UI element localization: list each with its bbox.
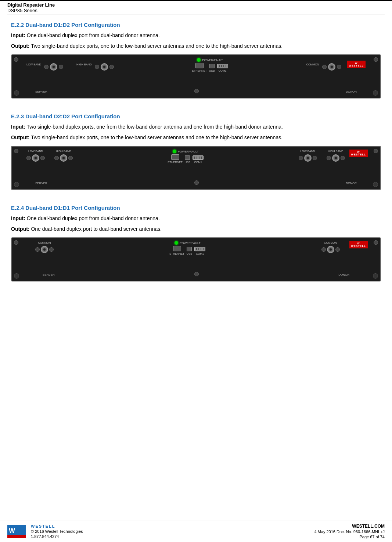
donor-label-3: DONOR [338, 273, 349, 276]
lb-donor-label-2: LOW BAND [301, 150, 315, 153]
westell-logo-3: WWESTELL [349, 241, 368, 248]
usb-label-1: USB [209, 69, 215, 72]
power-fault-led-2 [173, 150, 176, 153]
svg-rect-2 [7, 535, 26, 538]
heading-e2-3: E.2.3 Dual-band D2:D2 Port Configuration [11, 113, 381, 119]
ethernet-port-1 [195, 63, 204, 68]
ethernet-port-2 [171, 154, 179, 160]
output-text-e2-2: Two single-band duplex ports, one to the… [31, 43, 283, 49]
knob-bl-3 [14, 273, 19, 279]
screw-mid-b [194, 89, 199, 93]
lb-server-label-2: LOW BAND [28, 150, 43, 153]
diagram-e2-4: COMMON [11, 237, 381, 281]
footer-copyright: © 2016 Westell Technologies [31, 529, 83, 534]
input-text-e2-2: One dual-band duplex port from dual-band… [27, 32, 160, 38]
heading-e2-4: E.2.4 Dual-band D1:D1 Port Configuration [11, 205, 381, 211]
common-server-label-3: COMMON [38, 241, 51, 244]
screw-d2 [337, 65, 341, 69]
server-label-3: SERVER [43, 273, 55, 276]
screw-tl-3 [14, 240, 18, 245]
knob-br-1 [373, 90, 378, 96]
output-e2-3: Output: Two single-band duplex ports, on… [11, 134, 381, 141]
output-text-e2-4: One dual-band duplex port to dual-band s… [31, 226, 162, 232]
screw-tr-3 [374, 240, 378, 245]
series-name: DSP85 Series [7, 8, 385, 13]
common-server-port-3 [41, 246, 48, 253]
output-text-e2-3: Two single-band duplex ports, one to the… [31, 134, 283, 140]
low-band-port-server-1 [50, 63, 57, 71]
usb-port-1 [209, 64, 215, 68]
screw-tr-2 [374, 149, 378, 153]
lb-donor-port-2 [304, 154, 312, 162]
usb-port-3 [187, 247, 192, 251]
input-text-e2-3: Two single-band duplex ports, one from t… [27, 124, 283, 130]
knob-bl-1 [14, 90, 19, 96]
screw-s3 [95, 65, 99, 69]
output-label-e2-3: Output: [11, 134, 30, 140]
common-donor-label-3: COMMON [324, 241, 337, 244]
section-e2-2: E.2.2 Dual-band D1:D2 Port Configuration… [11, 22, 381, 98]
screw-s1 [44, 65, 48, 69]
ethernet-label-1: ETHERNET [192, 69, 207, 72]
com1-label-1: COM1 [219, 69, 227, 72]
diagram-e2-3: LOW BAND HIGH BAND [11, 146, 381, 190]
output-e2-2: Output: Two single-band duplex ports, on… [11, 42, 381, 50]
power-fault-label-2: POWER/FAULT [178, 150, 199, 153]
com1-port-2 [193, 155, 204, 160]
footer-doc-info: 4 May 2016 Doc. No. 960-1666-MNL rJ [314, 530, 385, 534]
com1-port-1 [217, 64, 228, 68]
westell-footer-logo: W [7, 523, 26, 539]
input-e2-2: Input: One dual-band duplex port from du… [11, 32, 381, 39]
screw-tr-1 [374, 57, 378, 62]
hb-server-label-2: HIGH BAND [56, 150, 71, 153]
heading-e2-2: E.2.2 Dual-band D1:D2 Port Configuration [11, 22, 381, 28]
input-e2-4: Input: One dual-band duplex port from du… [11, 215, 381, 222]
input-label-e2-3: Input: [11, 124, 25, 130]
screw-s2 [59, 65, 63, 69]
power-fault-label-3: POWER/FAULT [180, 241, 201, 245]
low-band-label-server-1: LOW BAND [26, 63, 41, 66]
lb-server-port-2 [32, 154, 39, 162]
hb-donor-label-2: HIGH BAND [328, 150, 344, 153]
output-label-e2-2: Output: [11, 43, 30, 49]
input-label-e2-4: Input: [11, 215, 25, 221]
output-e2-4: Output: One dual-band duplex port to dua… [11, 225, 381, 233]
power-fault-led-1 [197, 58, 201, 62]
hb-server-port-2 [60, 154, 67, 162]
footer-page: Page 67 of 74 [359, 535, 385, 539]
server-label-2: SERVER [35, 182, 47, 185]
screw-tl-1 [14, 57, 18, 62]
screw-s4 [109, 65, 114, 69]
output-label-e2-4: Output: [11, 226, 30, 232]
knob-br-3 [373, 273, 378, 279]
usb-port-2 [185, 155, 190, 160]
screw-tl-2 [14, 149, 18, 153]
section-e2-4: E.2.4 Dual-band D1:D1 Port Configuration… [11, 205, 381, 281]
section-e2-3: E.2.3 Dual-band D2:D2 Port Configuration… [11, 113, 381, 190]
footer-brand: WESTELL [31, 524, 83, 528]
company-name: Digital Repeater Line [7, 2, 385, 8]
input-label-e2-2: Input: [11, 32, 25, 38]
high-band-label-server-1: HIGH BAND [76, 63, 92, 66]
footer: W WESTELL © 2016 Westell Technologies 1.… [0, 520, 392, 542]
header: Digital Repeater Line DSP85 Series [0, 0, 392, 14]
footer-phone: 1.877.844.4274 [31, 534, 83, 539]
donor-label-1: DONOR [346, 90, 357, 93]
screw-d1 [322, 65, 327, 69]
input-e2-3: Input: Two single-band duplex ports, one… [11, 123, 381, 131]
high-band-port-server-1 [101, 63, 108, 71]
server-label-1: SERVER [35, 90, 47, 93]
westell-logo-2: WWESTELL [349, 150, 368, 157]
com1-port-3 [194, 247, 205, 251]
svg-text:W: W [9, 527, 15, 534]
ethernet-port-3 [173, 246, 181, 251]
power-fault-label-1: POWER/FAULT [202, 58, 223, 62]
knob-bl-2 [14, 182, 19, 187]
common-label-donor-1: COMMON [306, 63, 319, 66]
donor-label-2: DONOR [346, 182, 357, 185]
common-donor-port-3 [327, 246, 334, 253]
footer-website: WESTELL.COM [352, 524, 385, 529]
westell-logo-1: WWESTELL [347, 61, 366, 68]
power-fault-led-3 [175, 241, 178, 245]
knob-br-2 [373, 182, 378, 187]
